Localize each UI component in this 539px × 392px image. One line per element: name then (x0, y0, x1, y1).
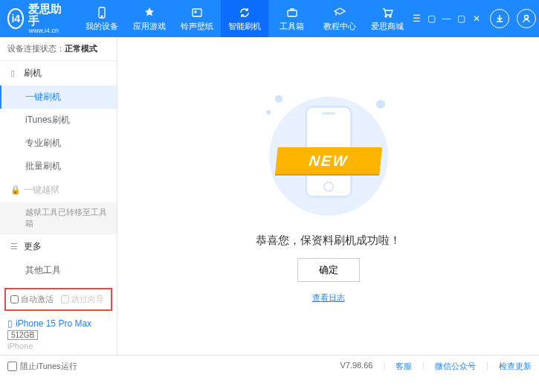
svg-point-7 (524, 16, 528, 19)
svg-point-1 (101, 16, 103, 17)
device-storage: 512GB (7, 330, 38, 340)
nav-ringtones[interactable]: 铃声壁纸 (173, 0, 221, 37)
connection-status: 设备连接状态：正常模式 (0, 37, 117, 61)
phone-small-icon: ▯ (10, 68, 19, 78)
lock-icon: 🔒 (10, 185, 19, 195)
logo-icon: i4 (7, 8, 24, 29)
menu-icon[interactable]: ☰ (411, 13, 423, 25)
device-type: iPhone (7, 341, 109, 350)
apps-icon (143, 6, 156, 19)
link-update[interactable]: 检查更新 (499, 361, 532, 372)
user-button[interactable] (517, 9, 536, 28)
link-service[interactable]: 客服 (396, 361, 412, 372)
list-icon: ☰ (10, 242, 19, 251)
nav-tutorials[interactable]: 教程中心 (316, 0, 364, 37)
nav-label: 应用游戏 (133, 21, 166, 32)
sidebar-item-itunes-flash[interactable]: iTunes刷机 (0, 109, 117, 132)
cart-icon (381, 6, 394, 19)
new-ribbon: NEW (275, 147, 382, 174)
minimize-icon[interactable]: — (441, 13, 453, 25)
sidebar-item-pro-flash[interactable]: 专业刷机 (0, 132, 117, 155)
maximize-icon[interactable]: ▢ (456, 13, 468, 25)
group-flash[interactable]: ▯刷机 (0, 61, 117, 86)
nav-store[interactable]: 爱思商城 (364, 0, 411, 37)
image-icon (190, 6, 204, 19)
checkbox-skip-setup[interactable]: 跳过向导 (61, 294, 104, 305)
view-log-link[interactable]: 查看日志 (312, 292, 345, 303)
sidebar: 设备连接状态：正常模式 ▯刷机 一键刷机 iTunes刷机 专业刷机 批量刷机 … (0, 37, 117, 355)
group-more[interactable]: ☰更多 (0, 234, 117, 259)
checkbox-block-itunes[interactable]: 阻止iTunes运行 (7, 361, 77, 372)
skin-icon[interactable]: ▢ (426, 13, 438, 25)
refresh-icon (238, 6, 251, 19)
status-bar: 阻止iTunes运行 V7.98.66 | 客服 | 微信公众号 | 检查更新 (0, 355, 539, 377)
jailbreak-note: 越狱工具已转移至工具箱 (0, 202, 117, 234)
main-nav: 我的设备 应用游戏 铃声壁纸 智能刷机 工具箱 教程中心 爱思商城 (78, 0, 411, 37)
success-message: 恭喜您，保资料刷机成功啦！ (256, 234, 401, 248)
nav-apps[interactable]: 应用游戏 (126, 0, 173, 37)
nav-label: 铃声壁纸 (181, 21, 213, 32)
options-highlight: 自动激活 跳过向导 (4, 288, 112, 311)
success-illustration: NEW (262, 89, 396, 223)
nav-flash[interactable]: 智能刷机 (221, 0, 268, 37)
close-icon[interactable]: ✕ (471, 13, 482, 25)
app-logo: i4 爱思助手 www.i4.cn (7, 3, 63, 35)
nav-label: 我的设备 (85, 21, 118, 32)
school-icon (333, 6, 346, 19)
svg-point-5 (385, 16, 387, 17)
phone-icon (95, 6, 109, 19)
app-subtitle: www.i4.cn (28, 28, 62, 35)
svg-rect-2 (193, 9, 201, 16)
nav-label: 教程中心 (323, 21, 356, 32)
title-bar: i4 爱思助手 www.i4.cn 我的设备 应用游戏 铃声壁纸 智能刷机 工具… (0, 0, 539, 37)
svg-point-6 (390, 16, 391, 17)
nav-my-device[interactable]: 我的设备 (78, 0, 126, 37)
svg-rect-4 (288, 10, 297, 16)
nav-label: 智能刷机 (228, 21, 261, 32)
device-icon: ▯ (7, 318, 13, 329)
sidebar-item-other-tools[interactable]: 其他工具 (0, 259, 117, 282)
nav-toolbox[interactable]: 工具箱 (268, 0, 316, 37)
app-title: 爱思助手 (28, 3, 62, 28)
link-wechat[interactable]: 微信公众号 (435, 361, 476, 372)
sidebar-item-download-firmware[interactable]: 下载固件 (0, 282, 117, 285)
download-button[interactable] (490, 9, 509, 28)
sidebar-item-batch-flash[interactable]: 批量刷机 (0, 155, 117, 178)
checkbox-auto-activate[interactable]: 自动激活 (10, 294, 54, 305)
nav-label: 工具箱 (280, 21, 304, 32)
main-content: NEW 恭喜您，保资料刷机成功啦！ 确定 查看日志 (117, 37, 539, 355)
group-jailbreak: 🔒一键越狱 (0, 178, 117, 202)
sidebar-item-oneclick-flash[interactable]: 一键刷机 (0, 86, 117, 109)
nav-label: 爱思商城 (371, 21, 404, 32)
svg-point-3 (195, 11, 196, 13)
device-info[interactable]: ▯iPhone 15 Pro Max 512GB iPhone (0, 314, 117, 355)
toolbox-icon (285, 6, 299, 19)
ok-button[interactable]: 确定 (297, 258, 360, 282)
version-label: V7.98.66 (340, 361, 372, 372)
